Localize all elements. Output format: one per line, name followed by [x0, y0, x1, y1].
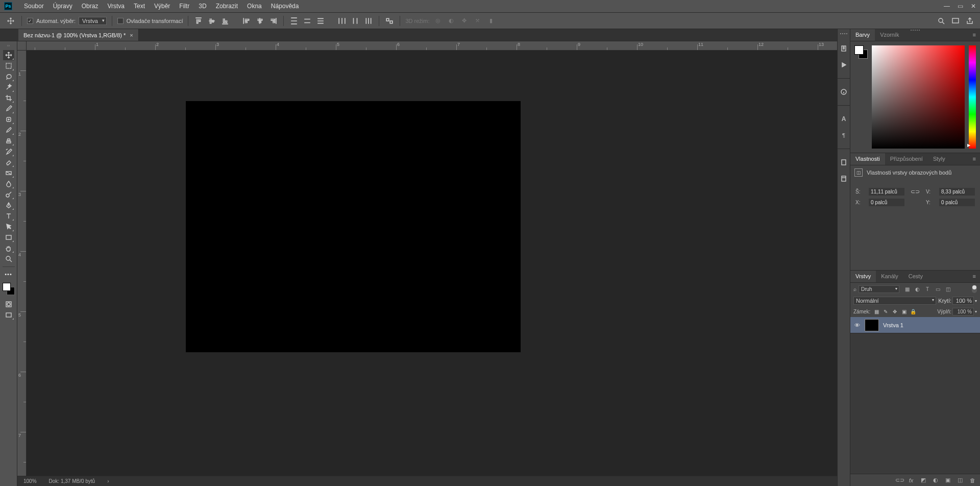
history-brush-tool[interactable]	[3, 147, 14, 157]
zoom-tool[interactable]	[3, 254, 14, 264]
share-icon[interactable]	[965, 16, 975, 26]
filter-pixel-icon[interactable]: ▦	[903, 285, 911, 293]
hue-slider[interactable]: ▶	[969, 45, 976, 149]
healing-brush-tool[interactable]	[3, 114, 14, 125]
filter-kind-dropdown[interactable]: Druh	[859, 285, 899, 293]
history-panel-icon[interactable]	[839, 43, 849, 54]
color-panel-swatches[interactable]	[854, 45, 868, 59]
libraries-panel-icon[interactable]	[839, 174, 849, 184]
toolbar-grip[interactable]: ››	[7, 43, 10, 48]
new-layer-icon[interactable]: ◫	[957, 477, 964, 483]
foreground-color-swatch[interactable]	[3, 283, 11, 291]
new-adjustment-icon[interactable]: ◐	[932, 477, 939, 483]
info-panel-icon[interactable]	[839, 87, 849, 97]
screen-mode-icon[interactable]	[950, 16, 961, 26]
menu-výběr[interactable]: Výběr	[150, 1, 175, 12]
link-layers-icon[interactable]: ⊂⊃	[895, 477, 902, 483]
align-vcenter-icon[interactable]	[207, 16, 217, 26]
layer-list[interactable]: 👁 Vrstva 1	[850, 317, 980, 474]
close-button[interactable]: ✕	[967, 1, 980, 11]
color-swatch[interactable]	[3, 283, 15, 295]
auto-select-checkbox[interactable]: ✓	[27, 18, 33, 24]
tab-styles[interactable]: Styly	[928, 153, 950, 165]
doc-size-label[interactable]: Dok: 1,37 MB/0 bytů	[49, 478, 95, 484]
lock-position-icon[interactable]: ✥	[892, 309, 898, 315]
gradient-tool[interactable]	[3, 168, 14, 178]
marquee-tool[interactable]	[3, 61, 14, 71]
document-tab[interactable]: Bez názvu-1 @ 100% (Vrstva 1,RGB/8) * ×	[18, 29, 139, 41]
visibility-icon[interactable]: 👁	[853, 322, 861, 328]
notes-panel-icon[interactable]	[839, 157, 849, 167]
opacity-value[interactable]: 100 %	[952, 297, 974, 305]
filter-search-icon[interactable]: ⌕	[853, 286, 856, 292]
menu-vrstva[interactable]: Vrstva	[103, 1, 129, 12]
lock-all-icon[interactable]: 🔒	[910, 309, 916, 315]
fg-color-chip[interactable]	[854, 45, 864, 55]
blend-mode-dropdown[interactable]: Normální	[853, 297, 936, 305]
tab-properties[interactable]: Vlastnosti	[850, 153, 885, 165]
tab-channels[interactable]: Kanály	[876, 271, 903, 282]
distribute-vcenter-icon[interactable]	[302, 16, 312, 26]
color-panel-menu-icon[interactable]: ≡	[969, 29, 980, 41]
screen-mode-tool[interactable]	[3, 310, 14, 320]
distribute-bottom-icon[interactable]	[315, 16, 326, 26]
maximize-button[interactable]: ▭	[953, 1, 967, 11]
tab-adjustments[interactable]: Přizpůsobení	[885, 153, 928, 165]
path-selection-tool[interactable]	[3, 222, 14, 232]
move-tool[interactable]	[3, 50, 14, 60]
filter-smart-icon[interactable]: ◫	[944, 285, 951, 293]
layer-name[interactable]: Vrstva 1	[883, 322, 903, 328]
hand-tool[interactable]	[3, 243, 14, 253]
fill-dropdown-icon[interactable]: ▾	[975, 309, 977, 314]
dodge-tool[interactable]	[3, 189, 14, 200]
delete-layer-icon[interactable]: 🗑	[969, 477, 976, 483]
menu-text[interactable]: Text	[129, 1, 150, 12]
type-tool[interactable]	[3, 211, 14, 221]
layer-mask-icon[interactable]: ◩	[920, 477, 927, 483]
move-tool-indicator[interactable]	[5, 15, 16, 27]
character-panel-icon[interactable]: A	[839, 114, 849, 124]
link-wh-icon[interactable]: ⊂⊃	[908, 188, 923, 195]
blur-tool[interactable]	[3, 179, 14, 189]
distribute-right-icon[interactable]	[363, 16, 374, 26]
distribute-hcenter-icon[interactable]	[350, 16, 360, 26]
opacity-dropdown-icon[interactable]: ▾	[975, 299, 977, 303]
eyedropper-tool[interactable]	[3, 104, 14, 114]
close-tab-icon[interactable]: ×	[130, 32, 133, 38]
paragraph-panel-icon[interactable]: ¶	[839, 130, 849, 140]
width-value[interactable]: 11,11 palců	[869, 188, 904, 196]
auto-align-icon[interactable]	[384, 16, 395, 26]
filter-type-icon[interactable]: T	[924, 285, 931, 293]
tab-colors[interactable]: Barvy	[850, 29, 875, 41]
menu-zobrazit[interactable]: Zobrazit	[211, 1, 242, 12]
menu-okna[interactable]: Okna	[242, 1, 266, 12]
align-bottom-icon[interactable]	[220, 16, 230, 26]
menu-3d[interactable]: 3D	[194, 1, 211, 12]
vertical-ruler[interactable]: 123456789	[17, 51, 27, 476]
fill-value[interactable]: 100 %	[952, 308, 974, 315]
rectangle-tool[interactable]	[3, 232, 14, 242]
new-group-icon[interactable]: ▣	[944, 477, 951, 483]
tab-layers[interactable]: Vrstvy	[850, 271, 876, 282]
filter-toggle[interactable]	[972, 285, 977, 293]
search-icon[interactable]	[936, 16, 946, 26]
magic-wand-tool[interactable]	[3, 82, 14, 92]
lock-transparency-icon[interactable]: ▦	[873, 309, 879, 315]
clone-stamp-tool[interactable]	[3, 136, 14, 146]
menu-nápověda[interactable]: Nápověda	[266, 1, 304, 12]
strip-grip[interactable]	[839, 33, 849, 35]
layer-row[interactable]: 👁 Vrstva 1	[850, 317, 980, 333]
align-left-icon[interactable]	[241, 16, 252, 26]
align-right-icon[interactable]	[268, 16, 278, 26]
canvas-viewport[interactable]	[27, 51, 837, 476]
layers-panel-menu-icon[interactable]: ≡	[969, 271, 980, 282]
transform-controls-checkbox[interactable]	[117, 18, 124, 24]
height-value[interactable]: 8,33 palců	[939, 188, 975, 196]
filter-shape-icon[interactable]: ▭	[934, 285, 941, 293]
auto-select-mode-dropdown[interactable]: Vrstva	[79, 17, 107, 25]
menu-filtr[interactable]: Filtr	[175, 1, 194, 12]
minimize-button[interactable]: ―	[940, 1, 953, 11]
edit-toolbar-button[interactable]: •••	[3, 269, 14, 279]
lock-artboard-icon[interactable]: ▣	[901, 309, 907, 315]
layer-thumbnail[interactable]	[865, 319, 879, 331]
